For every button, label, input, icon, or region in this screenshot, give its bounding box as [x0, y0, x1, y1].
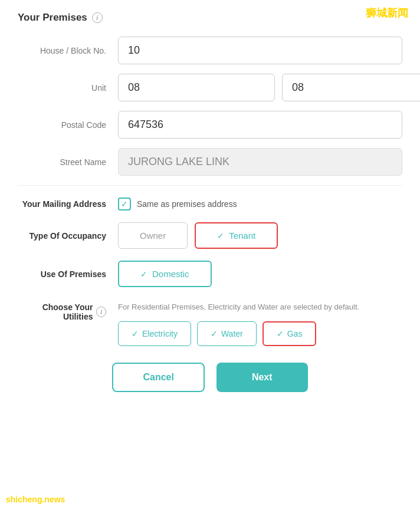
electricity-label: Electricity: [142, 329, 178, 338]
use-domestic-label: Domestic: [152, 269, 189, 279]
use-premises-options: ✓ Domestic: [118, 261, 212, 287]
occupancy-label: Type Of Occupancy: [18, 231, 118, 241]
postal-code-row: Postal Code: [18, 111, 402, 139]
gas-label: Gas: [287, 329, 303, 338]
utility-electricity-button[interactable]: ✓ Electricity: [118, 321, 191, 346]
mailing-checkbox-label: Same as premises address: [137, 199, 237, 209]
watermark-bottom: shicheng.news: [6, 495, 65, 504]
use-domestic-checkmark: ✓: [140, 269, 147, 279]
house-block-row: House / Block No.: [18, 37, 402, 64]
use-premises-label: Use Of Premises: [18, 269, 118, 279]
cancel-button[interactable]: Cancel: [112, 363, 204, 392]
mailing-checkbox-area[interactable]: ✓ Same as premises address: [118, 198, 237, 210]
occupancy-owner-label: Owner: [140, 231, 166, 241]
action-row: Cancel Next: [18, 363, 402, 392]
unit-inputs: [118, 74, 420, 101]
utility-water-button[interactable]: ✓ Water: [197, 321, 257, 346]
utilities-content: For Residential Premises, Electricity an…: [118, 301, 402, 346]
postal-code-input[interactable]: [118, 111, 402, 139]
occupancy-owner-button[interactable]: Owner: [118, 222, 188, 249]
unit-label: Unit: [18, 83, 118, 93]
water-checkmark: ✓: [211, 329, 218, 338]
watermark-top: 狮城新闻: [366, 6, 408, 20]
house-block-input[interactable]: [118, 37, 402, 64]
electricity-checkmark: ✓: [132, 329, 139, 338]
street-name-input: [118, 148, 402, 176]
unit-input-2[interactable]: [282, 74, 420, 101]
mailing-checkmark: ✓: [121, 199, 128, 209]
street-name-label: Street Name: [18, 157, 118, 167]
utility-buttons: ✓ Electricity ✓ Water ✓ Gas: [118, 321, 402, 346]
occupancy-row: Type Of Occupancy Owner ✓ Tenant: [18, 222, 402, 249]
utilities-label: Choose Your Utilities i: [18, 301, 118, 321]
postal-code-label: Postal Code: [18, 120, 118, 130]
unit-row: Unit: [18, 74, 402, 101]
section-premises-title: Your Premises i: [18, 12, 402, 24]
mailing-address-label: Your Mailing Address: [18, 199, 118, 209]
utilities-section: Choose Your Utilities i For Residential …: [18, 301, 402, 346]
occupancy-tenant-label: Tenant: [229, 231, 255, 241]
gas-checkmark: ✓: [277, 329, 284, 338]
mailing-address-row: Your Mailing Address ✓ Same as premises …: [18, 198, 402, 210]
unit-input-1[interactable]: [118, 74, 275, 101]
use-domestic-button[interactable]: ✓ Domestic: [118, 261, 212, 287]
utilities-note: For Residential Premises, Electricity an…: [118, 301, 402, 313]
house-block-label: House / Block No.: [18, 46, 118, 55]
utility-gas-button[interactable]: ✓ Gas: [262, 321, 317, 346]
street-name-row: Street Name: [18, 148, 402, 176]
premises-info-icon[interactable]: i: [92, 12, 103, 23]
next-button[interactable]: Next: [216, 363, 308, 392]
occupancy-options: Owner ✓ Tenant: [118, 222, 278, 249]
premises-title-text: Your Premises: [18, 12, 87, 24]
use-premises-row: Use Of Premises ✓ Domestic: [18, 261, 402, 287]
occupancy-tenant-button[interactable]: ✓ Tenant: [195, 222, 278, 249]
water-label: Water: [221, 329, 243, 338]
mailing-checkbox[interactable]: ✓: [118, 198, 131, 210]
occupancy-tenant-checkmark: ✓: [217, 231, 224, 241]
divider: [18, 185, 402, 186]
utilities-info-icon[interactable]: i: [96, 307, 106, 317]
utilities-label-text: Choose Your Utilities: [18, 302, 93, 321]
